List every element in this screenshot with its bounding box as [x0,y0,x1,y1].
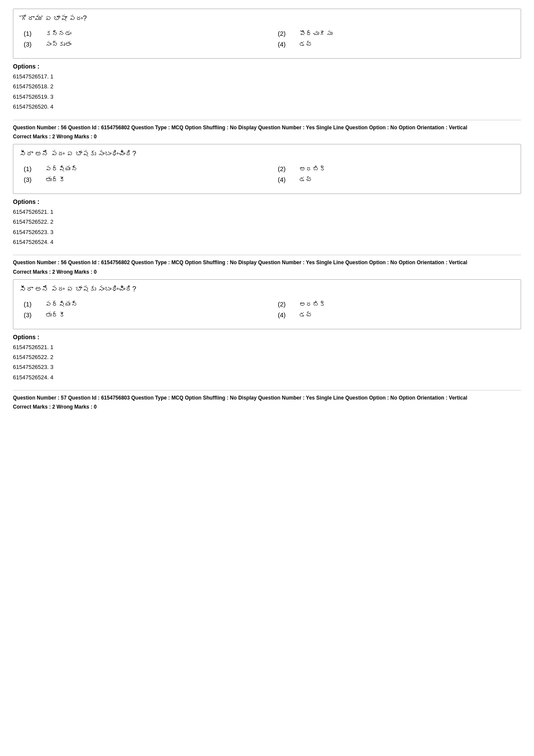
question-text: సీరా అనే పదం ఏ భాషకు సంబంధించింది? [19,149,515,159]
marks-info: Correct Marks : 2 Wrong Marks : 0 [13,404,521,410]
option-id: 61547526524. 4 [13,372,521,382]
option-num-4: (4) [278,41,291,48]
option-id: 61547526523. 3 [13,362,521,372]
option-num-1: (1) [24,30,37,37]
option-text-2: అరబిక్ [299,165,326,172]
options-grid: (1) పర్షియన్ (2) అరబిక్ (3) తుర్కీ (4) డ… [19,300,515,319]
question-block-4: Question Number : 57 Question Id : 61547… [13,390,521,410]
option-text-3: తుర్కీ [45,176,65,183]
option-num-1: (1) [24,165,37,172]
option-id: 61547526518. 2 [13,81,521,91]
option-id: 61547526521. 1 [13,342,521,352]
question-container: సీరా అనే పదం ఏ భాషకు సంబంధించింది? (1) ప… [13,144,521,194]
question-block-3: Question Number : 56 Question Id : 61547… [13,255,521,382]
option-item-2: (2) అరబిక్ [278,165,515,172]
option-num-2: (2) [278,165,291,172]
option-item-4: (4) డచ్ [278,41,515,48]
marks-info: Correct Marks : 2 Wrong Marks : 0 [13,134,521,140]
option-text-3: తుర్కీ [45,311,65,319]
option-ids: 61547526521. 161547526522. 261547526523.… [13,342,521,383]
question-container: సీరా అనే పదం ఏ భాషకు సంబంధించింది? (1) ప… [13,279,521,329]
option-text-2: పొర్చుగీసు [299,30,332,37]
option-text-1: పర్షియన్ [45,300,78,308]
option-item-1: (1) కన్నడం [24,30,261,37]
option-id: 61547526521. 1 [13,207,521,217]
options-label: Options : [13,63,521,70]
option-item-2: (2) అరబిక్ [278,300,515,308]
question-block-1: 'గోదాము' ఏ భాషా పదం? (1) కన్నడం (2) పొర్… [13,9,521,112]
option-ids: 61547526517. 161547526518. 261547526519.… [13,72,521,112]
option-num-3: (3) [24,176,37,183]
option-text-2: అరబిక్ [299,300,326,308]
option-id: 61547526520. 4 [13,102,521,112]
option-num-3: (3) [24,311,37,319]
marks-info: Correct Marks : 2 Wrong Marks : 0 [13,269,521,275]
option-num-4: (4) [278,311,291,319]
option-num-3: (3) [24,41,37,48]
options-label: Options : [13,334,521,341]
option-item-3: (3) తుర్కీ [24,176,261,183]
question-text: సీరా అనే పదం ఏ భాషకు సంబంధించింది? [19,284,515,294]
option-id: 61547526523. 3 [13,227,521,237]
question-container: 'గోదాము' ఏ భాషా పదం? (1) కన్నడం (2) పొర్… [13,9,521,59]
option-text-4: డచ్ [299,41,312,48]
option-item-1: (1) పర్షియన్ [24,300,261,308]
option-item-2: (2) పొర్చుగీసు [278,30,515,37]
option-text-1: కన్నడం [45,30,71,37]
option-num-4: (4) [278,176,291,183]
question-block-2: Question Number : 56 Question Id : 61547… [13,120,521,247]
option-item-1: (1) పర్షియన్ [24,165,261,172]
option-text-4: డచ్ [299,176,312,183]
meta-info: Question Number : 56 Question Id : 61547… [13,255,521,267]
meta-info: Question Number : 57 Question Id : 61547… [13,390,521,402]
option-item-4: (4) డచ్ [278,176,515,183]
meta-info: Question Number : 56 Question Id : 61547… [13,120,521,132]
question-text: 'గోదాము' ఏ భాషా పదం? [19,13,515,24]
option-num-2: (2) [278,300,291,308]
option-id: 61547526524. 4 [13,237,521,247]
option-item-4: (4) డచ్ [278,311,515,319]
option-text-4: డచ్ [299,311,312,319]
options-grid: (1) కన్నడం (2) పొర్చుగీసు (3) సంస్కృతం (… [19,30,515,48]
options-grid: (1) పర్షియన్ (2) అరబిక్ (3) తుర్కీ (4) డ… [19,165,515,183]
option-text-3: సంస్కృతం [45,41,71,48]
options-label: Options : [13,198,521,205]
option-id: 61547526519. 3 [13,92,521,102]
option-num-2: (2) [278,30,291,37]
option-id: 61547526517. 1 [13,72,521,81]
option-id: 61547526522. 2 [13,352,521,362]
option-ids: 61547526521. 161547526522. 261547526523.… [13,207,521,247]
option-item-3: (3) సంస్కృతం [24,41,261,48]
option-item-3: (3) తుర్కీ [24,311,261,319]
option-id: 61547526522. 2 [13,217,521,227]
option-text-1: పర్షియన్ [45,165,78,172]
option-num-1: (1) [24,300,37,308]
